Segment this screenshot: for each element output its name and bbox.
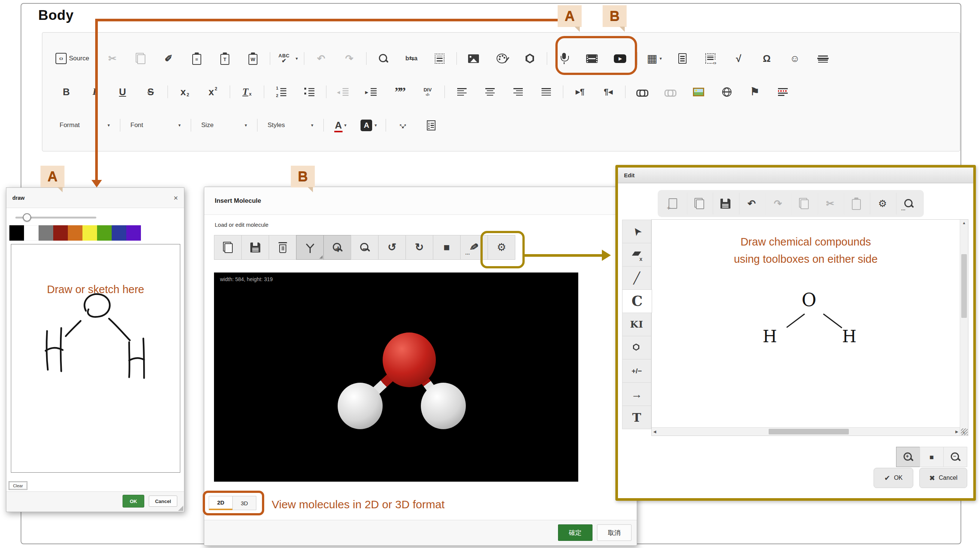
flash-image-button[interactable] <box>687 81 710 102</box>
table-button[interactable]: ▦ ▾ <box>643 48 666 69</box>
color-swatch-7a7a7a[interactable] <box>38 225 53 241</box>
horizontal-rule-button[interactable] <box>812 48 834 69</box>
format-painter-button[interactable]: ✐ <box>158 48 180 69</box>
math-button[interactable]: √ <box>727 48 750 69</box>
edit-zoom-out-button[interactable]: − <box>943 447 967 467</box>
format-dropdown[interactable]: Format ▾ <box>55 116 114 134</box>
reaction-arrow-tool[interactable]: → <box>622 382 651 406</box>
align-justify-button[interactable] <box>535 81 557 102</box>
charge-tool[interactable]: +/− <box>622 359 651 383</box>
bullet-list-button[interactable] <box>298 81 320 102</box>
mol-rotate-left-button[interactable]: ↺ <box>378 235 406 260</box>
paste-button[interactable]: ≡ <box>186 48 208 69</box>
color-swatch-8e1c12[interactable] <box>53 225 68 241</box>
text-tool[interactable]: T <box>622 406 651 429</box>
cut-button[interactable]: ✂ <box>101 48 124 69</box>
mol-rotate-right-button[interactable]: ↻ <box>406 235 433 260</box>
paste-word-button[interactable]: W <box>242 48 264 69</box>
smiley-button[interactable]: ☺ <box>784 48 806 69</box>
underline-button[interactable]: U <box>111 81 134 102</box>
mol-delete-button[interactable] <box>269 235 296 260</box>
superscript-button[interactable]: x 2 <box>202 81 224 102</box>
redo-button[interactable]: ↷ <box>338 48 361 69</box>
color-swatch-5d12c4[interactable] <box>126 225 141 241</box>
color-swatch-f3ee3c[interactable] <box>83 225 97 241</box>
size-dropdown[interactable]: Size ▾ <box>197 116 251 134</box>
cancel-button[interactable]: ✖ Cancel <box>919 468 967 488</box>
color-swatch-2c3a9e[interactable] <box>112 225 126 241</box>
text-color-button[interactable]: A ▾ <box>329 115 352 136</box>
bold-button[interactable]: B <box>55 81 78 102</box>
find-button[interactable] <box>372 48 395 69</box>
align-center-button[interactable] <box>479 81 501 102</box>
undo-button[interactable]: ↶ <box>310 48 332 69</box>
edit-save-button[interactable] <box>713 193 738 214</box>
div-container-button[interactable]: DIV ‹/› <box>416 81 439 102</box>
vertical-scrollbar[interactable]: ▲ ▼ <box>960 220 968 436</box>
carbon-tool[interactable]: C <box>622 289 652 313</box>
copy-button[interactable] <box>129 48 152 69</box>
edit-paste-button[interactable] <box>844 193 869 214</box>
select-tool[interactable] <box>622 220 651 243</box>
canvas-resize-grip[interactable] <box>961 429 967 435</box>
maximize-button[interactable] <box>391 115 414 136</box>
horizontal-scrollbar[interactable]: ◀ ▶ <box>652 427 960 436</box>
close-icon[interactable]: × <box>173 194 178 202</box>
mol-save-button[interactable] <box>241 235 269 260</box>
brush-size-slider[interactable] <box>15 213 96 221</box>
mol-stop-button[interactable]: ■ <box>433 235 461 260</box>
color-swatch-55a317[interactable] <box>97 225 112 241</box>
insert-template-button[interactable] <box>699 48 722 69</box>
ring-template-tool[interactable] <box>622 336 651 360</box>
blockquote-button[interactable]: ”” <box>388 81 411 102</box>
edit-redo-button[interactable]: ↷ <box>765 193 790 214</box>
paste-text-button[interactable]: T <box>213 48 236 69</box>
resize-grip-icon[interactable] <box>178 506 183 511</box>
mol-zoom-in-button[interactable]: + <box>323 235 351 260</box>
scroll-up-icon[interactable]: ▲ <box>960 220 968 226</box>
color-swatch-000000[interactable] <box>10 225 24 241</box>
font-dropdown[interactable]: Font ▾ <box>126 116 185 134</box>
vertical-scroll-thumb[interactable] <box>961 254 967 318</box>
edit-settings-button[interactable]: ⚙ <box>870 193 894 214</box>
clear-button[interactable]: Clear <box>9 481 27 490</box>
draw-dialog-titlebar[interactable]: draw × <box>6 188 184 208</box>
remove-format-button[interactable]: T x <box>236 81 258 102</box>
bond-tool[interactable]: ╱ <box>622 266 651 290</box>
subscript-button[interactable]: x 2 <box>173 81 196 102</box>
horizontal-scroll-thumb[interactable] <box>768 429 849 435</box>
align-right-button[interactable] <box>507 81 529 102</box>
image-button[interactable] <box>463 48 485 69</box>
background-color-button[interactable]: A ▾ <box>358 115 380 136</box>
drawing-canvas[interactable]: Draw or sketch here <box>11 244 180 473</box>
text-direction-rtl-button[interactable]: ¶◂ <box>597 81 619 102</box>
link-button[interactable] <box>631 81 654 102</box>
unlink-button[interactable] <box>659 81 682 102</box>
scroll-right-icon[interactable]: ▶ <box>954 428 960 436</box>
strikethrough-button[interactable]: S <box>139 81 162 102</box>
scroll-left-icon[interactable]: ◀ <box>652 428 658 436</box>
edit-cut-button[interactable]: ✂ <box>818 193 842 214</box>
styles-dropdown[interactable]: Styles ▾ <box>263 116 318 134</box>
mol-open-button[interactable] <box>214 235 242 260</box>
color-swatch-d06e1e[interactable] <box>68 225 83 241</box>
mol-zoom-out-button[interactable]: − <box>351 235 379 260</box>
edit-fit-button[interactable]: ■ <box>920 447 943 467</box>
cancel-button[interactable]: Cancel <box>149 495 177 507</box>
erase-tool[interactable] <box>622 243 651 266</box>
iframe-button[interactable] <box>716 81 738 102</box>
indent-button[interactable] <box>360 81 383 102</box>
mol-skeleton-button[interactable] <box>296 235 324 260</box>
edit-undo-button[interactable]: ↶ <box>739 193 764 214</box>
page-break-button[interactable] <box>772 81 794 102</box>
confirm-button[interactable]: 確定 <box>558 524 592 541</box>
insert-molecule-button[interactable] <box>519 48 541 69</box>
cancel-button[interactable]: 取消 <box>597 524 632 541</box>
special-char-button[interactable]: Ω <box>756 48 778 69</box>
draw-palette-button[interactable] <box>490 48 513 69</box>
edit-new-button[interactable] <box>661 193 686 214</box>
page-properties-button[interactable] <box>671 48 694 69</box>
slider-knob[interactable] <box>23 213 31 221</box>
align-left-button[interactable] <box>450 81 473 102</box>
replace-button[interactable]: b⇆a <box>400 48 423 69</box>
